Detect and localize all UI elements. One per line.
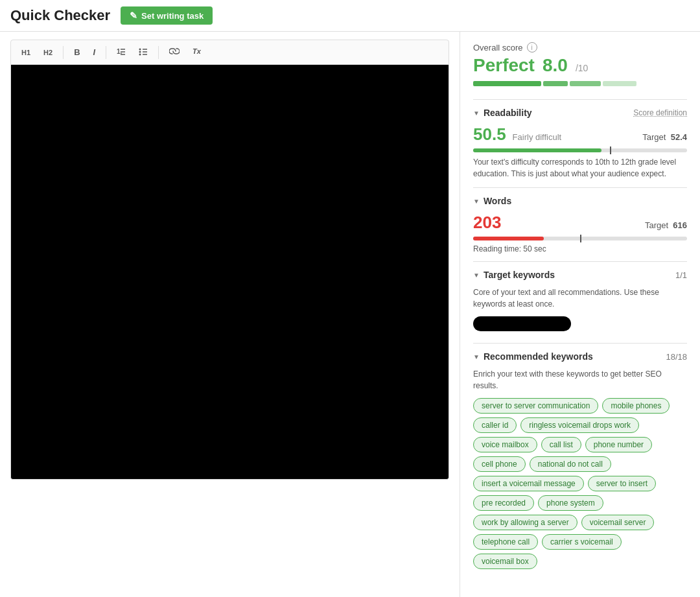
link-button[interactable]: [164, 44, 185, 60]
keyword-chip[interactable]: telephone call: [473, 534, 538, 550]
top-bar: Quick Checker ✎ Set writing task: [0, 0, 700, 32]
keyword-chip[interactable]: voicemail server: [581, 515, 655, 530]
words-progress-track: [473, 237, 687, 240]
readability-score-row: 50.5 Fairly difficult Target 52.4: [473, 124, 687, 145]
words-progress-fill: [473, 237, 544, 240]
keyword-chip[interactable]: voicemail box: [473, 554, 537, 569]
divider-4: [473, 343, 687, 344]
words-target: Target 616: [645, 220, 687, 230]
score-definition-link[interactable]: Score definition: [633, 108, 687, 117]
keyword-chip[interactable]: pre recorded: [473, 495, 534, 511]
keyword-chip[interactable]: caller id: [473, 417, 517, 433]
readability-target: Target 52.4: [642, 132, 687, 142]
target-keywords-header: ▼ Target keywords 1/1: [473, 270, 687, 280]
set-writing-task-button[interactable]: ✎ Set writing task: [121, 6, 213, 25]
keyword-chip[interactable]: work by allowing a server: [473, 515, 578, 530]
words-header: ▼ Words: [473, 196, 687, 206]
toolbar-divider-1: [63, 46, 64, 59]
keyword-chip[interactable]: server to insert: [588, 476, 656, 491]
link-icon: [169, 47, 180, 56]
writing-task-icon: ✎: [130, 10, 137, 21]
keyword-chip[interactable]: ringless voicemail drops work: [520, 417, 639, 433]
readability-header: ▼ Readability Score definition: [473, 108, 687, 118]
info-icon[interactable]: i: [527, 42, 537, 53]
target-keywords-count: 1/1: [675, 270, 687, 280]
toolbar-divider-3: [158, 46, 159, 59]
score-bar-4: [603, 81, 636, 86]
target-keywords-chevron: ▼: [473, 272, 480, 279]
svg-point-5: [139, 51, 141, 53]
score-number: 8.0: [542, 55, 568, 76]
readability-number: 50.5: [473, 124, 506, 145]
words-title: Words: [484, 196, 511, 206]
readability-title: Readability: [484, 108, 532, 118]
recommended-keywords-header: ▼ Recommended keywords 18/18: [473, 351, 687, 362]
target-keywords-title: Target keywords: [484, 270, 555, 280]
readability-progress-fill: [473, 148, 601, 152]
keyword-chip[interactable]: call list: [541, 437, 581, 452]
overall-score-section: Overall score i Perfect 8.0 /10: [473, 42, 687, 86]
readability-description: Your text's difficulty corresponds to 10…: [473, 156, 687, 180]
h2-button[interactable]: H2: [38, 46, 58, 59]
divider-1: [473, 99, 687, 100]
clear-format-icon: Tx: [192, 47, 202, 56]
readability-progress-track: [473, 148, 687, 152]
keyword-chip[interactable]: server to server communication: [473, 398, 598, 414]
words-target-label: Target: [645, 220, 668, 230]
editor-toolbar: H1 H2 B I 1.: [10, 40, 449, 65]
recommended-keywords-title-group[interactable]: ▼ Recommended keywords: [473, 351, 593, 362]
ordered-list-button[interactable]: 1.: [111, 44, 131, 60]
readability-section: ▼ Readability Score definition 50.5 Fair…: [473, 108, 687, 180]
divider-3: [473, 261, 687, 262]
words-chevron: ▼: [473, 198, 480, 205]
keyword-chip[interactable]: phone system: [538, 495, 603, 511]
target-keywords-title-group[interactable]: ▼ Target keywords: [473, 270, 555, 280]
score-denom: /10: [576, 63, 588, 73]
words-title-group[interactable]: ▼ Words: [473, 196, 511, 206]
words-count: 203: [473, 213, 501, 233]
keyword-chip[interactable]: phone number: [585, 437, 652, 452]
keywords-cloud: server to server communicationmobile pho…: [473, 398, 687, 569]
bold-button[interactable]: B: [69, 45, 85, 60]
main-layout: H1 H2 B I 1.: [0, 32, 700, 597]
readability-progress-marker: [610, 146, 611, 154]
score-row: Perfect 8.0 /10: [473, 55, 687, 76]
readability-target-label: Target: [642, 132, 666, 142]
overall-score-label: Overall score i: [473, 42, 687, 53]
keyword-chip[interactable]: national do not call: [530, 456, 611, 472]
unordered-list-icon: [139, 47, 148, 56]
readability-title-group[interactable]: ▼ Readability: [473, 108, 532, 118]
readability-difficulty: Fairly difficult: [513, 132, 562, 142]
clear-format-button[interactable]: Tx: [187, 44, 207, 60]
unordered-list-button[interactable]: [134, 44, 153, 60]
toolbar-divider-2: [106, 46, 106, 59]
words-score-row: 203 Target 616: [473, 213, 687, 233]
target-keyword-tag[interactable]: [473, 316, 571, 331]
keyword-chip[interactable]: carrier s voicemail: [542, 534, 622, 550]
svg-point-4: [139, 49, 141, 51]
h1-button[interactable]: H1: [16, 46, 36, 59]
score-grade: Perfect: [473, 55, 535, 76]
recommended-keywords-count: 18/18: [666, 352, 687, 362]
right-panel: Overall score i Perfect 8.0 /10: [460, 32, 700, 597]
editor-panel: H1 H2 B I 1.: [0, 32, 460, 597]
svg-text:Tx: Tx: [192, 47, 202, 55]
overall-score-text: Overall score: [473, 43, 523, 53]
keyword-chip[interactable]: voice mailbox: [473, 437, 537, 452]
words-section: ▼ Words 203 Target 616 Reading time: 50 …: [473, 196, 687, 253]
score-bar-3: [570, 81, 601, 86]
target-keywords-section: ▼ Target keywords 1/1 Core of your text …: [473, 270, 687, 333]
recommended-keywords-description: Enrich your text with these keywords to …: [473, 368, 687, 392]
readability-target-value: 52.4: [671, 132, 687, 142]
recommended-keywords-chevron: ▼: [473, 353, 480, 360]
keyword-chip[interactable]: mobile phones: [602, 398, 670, 414]
italic-button[interactable]: I: [88, 45, 101, 60]
keyword-chip[interactable]: cell phone: [473, 456, 526, 472]
divider-2: [473, 187, 687, 188]
keyword-chip[interactable]: insert a voicemail message: [473, 476, 584, 491]
words-progress-marker: [580, 235, 581, 242]
app-container: Quick Checker ✎ Set writing task H1 H2 B…: [0, 0, 700, 597]
score-bar-1: [473, 81, 541, 86]
words-target-value: 616: [673, 220, 687, 230]
editor-area[interactable]: [10, 65, 449, 480]
